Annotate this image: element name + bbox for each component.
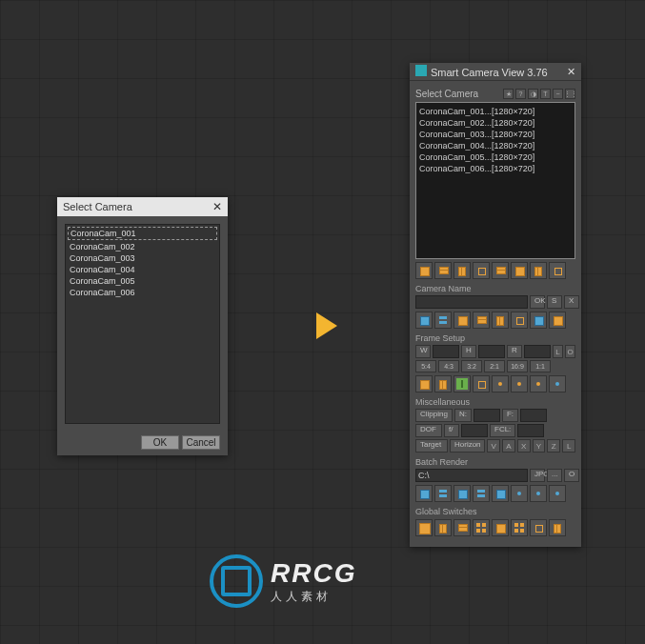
t-icon[interactable]: T	[540, 89, 551, 99]
x-button[interactable]: X	[564, 295, 579, 309]
batch-icon[interactable]	[454, 485, 471, 502]
layout-icon[interactable]	[530, 262, 547, 279]
cancel-button[interactable]: Cancel	[182, 435, 220, 450]
l-button[interactable]: L	[562, 439, 575, 453]
x-button[interactable]: X	[517, 439, 531, 453]
list-item[interactable]: CoronaCam_004	[68, 264, 217, 275]
layout-icon[interactable]	[549, 262, 566, 279]
target-button[interactable]: Target	[415, 439, 448, 453]
list-item[interactable]: CoronaCam_003	[68, 252, 217, 264]
camera-name-input[interactable]	[415, 295, 528, 309]
list-item[interactable]: CoronaCam_001	[68, 227, 217, 240]
preset-icon[interactable]	[434, 375, 452, 392]
preset-icon[interactable]	[530, 375, 547, 392]
dof-button[interactable]: DOF	[415, 424, 442, 437]
help-icon[interactable]: ?	[515, 89, 526, 99]
layout-icon[interactable]	[415, 262, 433, 279]
view-icon[interactable]	[415, 312, 433, 329]
list-item[interactable]: CoronaCam_002	[68, 241, 217, 252]
switch-icon[interactable]	[473, 519, 490, 536]
view-icon[interactable]	[434, 312, 452, 329]
switch-icon[interactable]	[415, 519, 433, 536]
batch-icon[interactable]	[511, 485, 528, 502]
l-button[interactable]: L	[553, 345, 563, 358]
batch-icon[interactable]	[530, 485, 547, 502]
camera-listbox[interactable]: CoronaCam_001 CoronaCam_002 CoronaCam_00…	[65, 224, 220, 424]
batch-icon[interactable]	[415, 485, 433, 502]
layout-icon[interactable]	[434, 262, 452, 279]
list-item[interactable]: CoronaCam_004...[1280×720]	[419, 140, 572, 151]
fstop-input[interactable]	[461, 424, 488, 437]
jpg-button[interactable]: JPG	[530, 469, 545, 482]
close-icon[interactable]: ✕	[212, 200, 222, 213]
switch-icon[interactable]	[530, 519, 547, 536]
close-icon[interactable]: ✕	[567, 66, 575, 78]
view-icon[interactable]	[454, 312, 471, 329]
view-icon[interactable]	[492, 312, 509, 329]
preset-icon[interactable]	[454, 375, 471, 392]
switch-icon[interactable]	[492, 519, 509, 536]
ratio-button[interactable]: 1:1	[530, 360, 551, 372]
dialog-titlebar[interactable]: Select Camera ✕	[57, 197, 228, 216]
layout-icon[interactable]	[454, 262, 471, 279]
width-input[interactable]	[433, 345, 459, 358]
ratio-button[interactable]: 4:3	[438, 360, 459, 372]
layout-icon[interactable]	[492, 262, 509, 279]
switch-icon[interactable]	[454, 519, 471, 536]
ratio-button[interactable]: 3:2	[461, 360, 482, 372]
list-item[interactable]: CoronaCam_001...[1280×720]	[419, 106, 572, 117]
view-icon[interactable]	[549, 312, 566, 329]
browse-button[interactable]: ...	[547, 469, 562, 482]
theme-icon[interactable]: ◑	[528, 89, 538, 99]
y-button[interactable]: Y	[533, 439, 546, 453]
list-item[interactable]: CoronaCam_005	[68, 275, 217, 287]
ok-button[interactable]: OK	[530, 295, 545, 309]
fcl-input[interactable]	[517, 424, 544, 437]
ratio-button[interactable]: 2:1	[484, 360, 505, 372]
v-button[interactable]: V	[487, 439, 500, 453]
panel-titlebar[interactable]: Smart Camera View 3.76 ✕	[410, 63, 581, 81]
switch-icon[interactable]	[511, 519, 528, 536]
list-item[interactable]: CoronaCam_003...[1280×720]	[419, 129, 572, 140]
ratio-input[interactable]	[524, 345, 551, 358]
list-item[interactable]: CoronaCam_006...[1280×720]	[419, 163, 572, 174]
view-icon[interactable]	[473, 312, 490, 329]
o-button[interactable]: O	[565, 345, 575, 358]
camera-listbox[interactable]: CoronaCam_001...[1280×720] CoronaCam_002…	[415, 102, 575, 259]
height-input[interactable]	[478, 345, 505, 358]
near-input[interactable]	[474, 409, 500, 422]
preset-icon[interactable]	[492, 375, 509, 392]
s-button[interactable]: S	[547, 295, 562, 309]
star-icon[interactable]: ★	[503, 89, 514, 99]
a-button[interactable]: A	[502, 439, 515, 453]
layout-icon[interactable]	[473, 262, 490, 279]
batch-icon[interactable]	[549, 485, 566, 502]
horizon-button[interactable]: Horizon	[450, 439, 485, 453]
list-item[interactable]: CoronaCam_006	[68, 287, 217, 298]
menu-icon[interactable]: ⋮⋮	[565, 89, 575, 99]
batch-icon[interactable]	[473, 485, 490, 502]
clipping-button[interactable]: Clipping	[415, 409, 453, 422]
preset-icon[interactable]	[511, 375, 528, 392]
z-button[interactable]: Z	[547, 439, 560, 453]
layout-icon[interactable]	[511, 262, 528, 279]
switch-icon[interactable]	[549, 519, 566, 536]
far-input[interactable]	[520, 409, 547, 422]
batch-icon[interactable]	[492, 485, 509, 502]
preset-icon[interactable]	[549, 375, 566, 392]
preset-icon[interactable]	[473, 375, 490, 392]
view-icon[interactable]	[530, 312, 547, 329]
ratio-button[interactable]: 5:4	[415, 360, 436, 372]
watermark-subtext: 人人素材	[271, 589, 356, 605]
open-button[interactable]: O	[564, 469, 579, 482]
batch-icon[interactable]	[434, 485, 452, 502]
minimize-icon[interactable]: −	[553, 89, 563, 99]
list-item[interactable]: CoronaCam_005...[1280×720]	[419, 151, 572, 163]
list-item[interactable]: CoronaCam_002...[1280×720]	[419, 117, 572, 129]
preset-icon[interactable]	[415, 375, 433, 392]
switch-icon[interactable]	[434, 519, 452, 536]
batch-path-input[interactable]	[415, 469, 528, 482]
ok-button[interactable]: OK	[141, 435, 179, 450]
view-icon[interactable]	[511, 312, 528, 329]
ratio-button[interactable]: 16:9	[507, 360, 528, 372]
